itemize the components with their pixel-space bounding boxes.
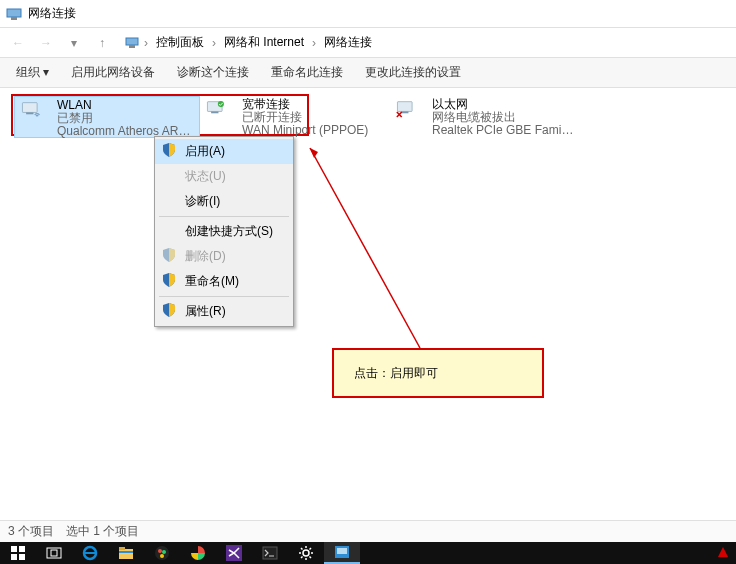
command-bar: 组织 ▾ 启用此网络设备 诊断这个连接 重命名此连接 更改此连接的设置 (0, 58, 736, 88)
svg-point-28 (160, 554, 164, 558)
taskbar (0, 542, 736, 564)
svg-point-26 (158, 549, 162, 553)
ctx-separator (159, 216, 289, 217)
shield-icon (161, 142, 177, 158)
organize-menu[interactable]: 组织 ▾ (6, 60, 59, 85)
svg-rect-23 (119, 547, 125, 550)
svg-marker-43 (718, 547, 728, 557)
selected-count: 选中 1 个项目 (66, 523, 139, 540)
svg-line-13 (310, 148, 420, 348)
svg-rect-0 (7, 9, 21, 17)
nav-bar: ← → ▾ ↑ › 控制面板 › 网络和 Internet › 网络连接 (0, 28, 736, 58)
broadband-icon (202, 98, 238, 134)
item-count: 3 个项目 (8, 523, 54, 540)
taskbar-app-colorball-2[interactable] (180, 542, 216, 564)
title-bar: 网络连接 (0, 0, 736, 28)
svg-rect-42 (337, 548, 347, 554)
connection-status: 网络电缆被拔出 (432, 111, 574, 124)
svg-marker-14 (310, 148, 318, 158)
svg-rect-31 (263, 547, 277, 559)
callout-text: 点击：启用即可 (354, 366, 438, 380)
svg-point-32 (303, 550, 309, 556)
ctx-create-shortcut[interactable]: 创建快捷方式(S) (155, 219, 293, 244)
up-button[interactable]: ↑ (90, 31, 114, 55)
start-button[interactable] (0, 542, 36, 564)
svg-rect-10 (401, 111, 408, 113)
ethernet-icon (392, 98, 428, 134)
svg-line-40 (301, 557, 303, 559)
content-area: WLAN 已禁用 Qualcomm Atheros AR9285 ... 宽带连… (0, 88, 736, 542)
breadcrumb[interactable]: › 控制面板 › 网络和 Internet › 网络连接 (124, 32, 376, 53)
taskbar-edge[interactable] (72, 542, 108, 564)
svg-line-38 (310, 557, 312, 559)
ctx-delete: 删除(D) (155, 244, 293, 269)
ctx-properties[interactable]: 属性(R) (155, 299, 293, 324)
shield-icon (161, 302, 177, 318)
shield-icon (161, 272, 177, 288)
rename-button[interactable]: 重命名此连接 (261, 60, 353, 85)
connection-wlan[interactable]: WLAN 已禁用 Qualcomm Atheros AR9285 ... (14, 96, 200, 138)
wlan-icon (17, 99, 53, 135)
change-settings-button[interactable]: 更改此连接的设置 (355, 60, 471, 85)
ctx-diagnose[interactable]: 诊断(I) (155, 189, 293, 214)
svg-rect-2 (126, 38, 138, 45)
taskbar-app-colorball-1[interactable] (144, 542, 180, 564)
svg-rect-4 (22, 103, 37, 113)
svg-rect-24 (119, 551, 133, 553)
status-bar: 3 个项目 选中 1 个项目 (0, 520, 736, 542)
breadcrumb-network-internet[interactable]: 网络和 Internet (220, 32, 308, 53)
tray-icon[interactable] (716, 545, 730, 562)
svg-rect-16 (19, 546, 25, 552)
connection-ethernet[interactable]: 以太网 网络电缆被拔出 Realtek PCIe GBE Family Cont… (390, 96, 576, 138)
diagnose-button[interactable]: 诊断这个连接 (167, 60, 259, 85)
svg-rect-1 (11, 17, 17, 20)
svg-rect-22 (119, 549, 133, 559)
ctx-rename[interactable]: 重命名(M) (155, 269, 293, 294)
svg-rect-15 (11, 546, 17, 552)
svg-rect-3 (129, 45, 135, 48)
annotation-callout: 点击：启用即可 (332, 348, 544, 398)
svg-line-37 (301, 548, 303, 550)
breadcrumb-sep: › (144, 36, 148, 50)
taskbar-terminal[interactable] (252, 542, 288, 564)
svg-rect-18 (19, 554, 25, 560)
breadcrumb-control-panel[interactable]: 控制面板 (152, 32, 208, 53)
forward-button[interactable]: → (34, 31, 58, 55)
ctx-separator (159, 296, 289, 297)
ctx-status: 状态(U) (155, 164, 293, 189)
connection-status: 已断开连接 (242, 111, 368, 124)
back-button[interactable]: ← (6, 31, 30, 55)
svg-rect-7 (211, 111, 218, 113)
svg-line-39 (310, 548, 312, 550)
breadcrumb-network-connections[interactable]: 网络连接 (320, 32, 376, 53)
task-view-button[interactable] (36, 542, 72, 564)
window-title: 网络连接 (28, 5, 76, 22)
taskbar-file-explorer[interactable] (108, 542, 144, 564)
enable-device-button[interactable]: 启用此网络设备 (61, 60, 165, 85)
annotation-arrow (300, 138, 440, 358)
context-menu: 启用(A) 状态(U) 诊断(I) 创建快捷方式(S) 删除(D) 重命名(M)… (154, 136, 294, 327)
ctx-enable[interactable]: 启用(A) (155, 139, 293, 164)
connection-broadband[interactable]: 宽带连接 已断开连接 WAN Miniport (PPPOE) (200, 96, 386, 138)
svg-point-27 (162, 550, 166, 554)
svg-rect-20 (51, 550, 57, 556)
network-connections-icon (6, 6, 22, 22)
svg-rect-17 (11, 554, 17, 560)
taskbar-network-connections[interactable] (324, 542, 360, 564)
svg-rect-9 (397, 102, 412, 112)
connection-device: Realtek PCIe GBE Family Contr... (432, 124, 574, 137)
recent-locations-button[interactable]: ▾ (62, 31, 86, 55)
connection-status: 已禁用 (57, 112, 197, 125)
network-icon (124, 35, 140, 51)
shield-icon (161, 247, 177, 263)
taskbar-settings[interactable] (288, 542, 324, 564)
taskbar-visual-studio[interactable] (216, 542, 252, 564)
svg-rect-5 (26, 112, 33, 114)
